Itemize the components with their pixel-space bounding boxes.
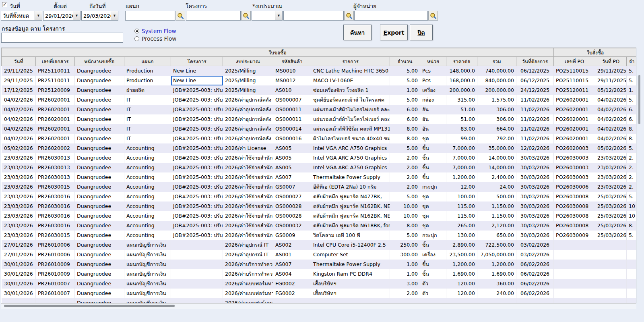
cell[interactable]: MS0010	[273, 66, 311, 76]
cell[interactable]: GS0007	[273, 182, 311, 192]
column-header[interactable]: จำ	[627, 57, 636, 66]
cell[interactable]: IT	[124, 134, 171, 143]
cell[interactable]: 14,000.00	[477, 163, 516, 172]
cell[interactable]: JOB#2025-003: ปรับ	[171, 85, 223, 95]
cell[interactable]: 664.00	[477, 124, 516, 134]
cell[interactable]: 25/03/2026	[595, 211, 627, 221]
cell[interactable]: Duangruodee	[75, 172, 124, 182]
cell[interactable]: JOB#2025-003: ปรับ	[171, 211, 223, 221]
cell[interactable]: Accounting	[124, 182, 171, 192]
cell[interactable]: Duangruodee	[75, 260, 124, 269]
cell[interactable]: PO26030009	[554, 231, 595, 240]
cell[interactable]: 2026/ค่าอุปกรณ์คลัง	[223, 114, 273, 124]
horizontal-scrollbar[interactable]	[1, 303, 636, 309]
cell[interactable]: OS000011	[273, 114, 311, 124]
cell[interactable]: แผนกบัญชีการเงิน	[124, 250, 171, 260]
cell[interactable]: 25/03/2026	[595, 221, 627, 231]
cell[interactable]: Accounting	[124, 143, 171, 153]
column-header[interactable]: เลขที่ PO	[554, 57, 595, 66]
cell[interactable]: 14,000.00	[477, 153, 516, 163]
cell[interactable]: 2026/ค่าใช้จ่ายสำนัก	[223, 163, 273, 172]
cell[interactable]: MS0012	[273, 76, 311, 85]
cell[interactable]: New Line	[171, 76, 223, 85]
cell[interactable]: PO26030003	[554, 163, 595, 172]
cell[interactable]: 23/03/2026	[2, 221, 36, 231]
cell[interactable]: 1,690.00	[477, 269, 516, 279]
cell[interactable]	[554, 269, 595, 279]
cell[interactable]: 30/03/2026	[516, 192, 554, 202]
cell[interactable]: ชุด	[420, 202, 446, 211]
cell[interactable]: 30/01/2026	[2, 260, 36, 269]
cell[interactable]: JOB#2025-003: ปรับ	[171, 134, 223, 143]
cell[interactable]: 3.00	[390, 279, 420, 289]
cell[interactable]: PR26030015	[36, 182, 75, 192]
cell[interactable]: ซ่อมเครื่องจักร โรงผลิต 1	[311, 85, 390, 95]
cell[interactable]: 306.00	[477, 105, 516, 114]
cell[interactable]: JOB#2025-003: ปรับ	[171, 105, 223, 114]
cell[interactable]: 2,400.00	[477, 172, 516, 182]
cell[interactable]: 04/02/2026	[2, 105, 36, 114]
cell[interactable]: Computer Set	[311, 250, 390, 260]
cell[interactable]: AS002	[273, 240, 311, 250]
cell[interactable]: 5.	[627, 95, 636, 105]
cell[interactable]: 2026/ค่าใช้จ่ายสำนัก	[223, 182, 273, 192]
cell[interactable]: 2.00	[390, 289, 420, 298]
date-from-picker[interactable]: 29/01/2026 ▼	[43, 11, 80, 21]
department-input[interactable]	[125, 11, 175, 21]
cell[interactable]: Duangruodee	[75, 240, 124, 250]
cell[interactable]: 99.00	[446, 134, 477, 143]
cell[interactable]: 51.00	[446, 114, 477, 124]
cell[interactable]: Intel VGA ARC A750 Graphics	[311, 153, 390, 163]
cell[interactable]: ชิ้น	[420, 172, 446, 182]
cell[interactable]: อีดีทีเอ (EDTA 2Na) 10 กรัม	[311, 182, 390, 192]
cell[interactable]: 24/12/2025	[516, 85, 554, 95]
cell[interactable]	[171, 250, 223, 260]
cell[interactable]: 03/02/2026	[516, 240, 554, 250]
chevron-down-icon[interactable]: ▼	[35, 11, 42, 20]
cell[interactable]: 30/03/2026	[516, 221, 554, 231]
cell[interactable]: PO26020003	[554, 143, 595, 153]
column-header[interactable]: งบประมาณ	[223, 57, 273, 66]
cell[interactable]: 722,500.00	[477, 240, 516, 250]
cell[interactable]: Accounting	[124, 211, 171, 221]
cell[interactable]: 840,000.00	[477, 76, 516, 85]
cell[interactable]: แผนกบัญชีการเงิน	[124, 279, 171, 289]
cell[interactable]: JOB#2025-003: ปรับ	[171, 221, 223, 231]
cell[interactable]: 7,000.00	[446, 153, 477, 163]
cell[interactable]: 03/02/2026	[516, 250, 554, 260]
cell[interactable]: PR26010006	[36, 250, 75, 260]
cell[interactable]: 250.00	[390, 240, 420, 250]
cell[interactable]: MACO LV-1060E	[311, 76, 390, 85]
cell[interactable]: แผนกบัญชีการเงิน	[124, 289, 171, 298]
cell[interactable]: IT	[124, 114, 171, 124]
cell[interactable]: PR26020001	[36, 105, 75, 114]
cell[interactable]: 2026/ค่าอุปกรณ์คลัง	[223, 95, 273, 105]
cell[interactable]: 130.00	[446, 231, 477, 240]
cell[interactable]: OS000007	[273, 95, 311, 105]
cell[interactable]: ชุด	[420, 221, 446, 231]
cell[interactable]: PR26030016	[36, 192, 75, 202]
cell[interactable]: Duangruodee	[75, 163, 124, 172]
cell[interactable]: 06/02/2026	[516, 269, 554, 279]
cell[interactable]: 740,000.00	[477, 66, 516, 76]
cell[interactable]: ชุด	[420, 192, 446, 202]
cell[interactable]: 11/02/2026	[516, 95, 554, 105]
cell[interactable]: ตลับผ้าหมึก ฟูลมาร์ค N162BK, NEC	[311, 211, 390, 221]
cell[interactable]: Duangruodee	[75, 76, 124, 85]
cell[interactable]: 30/03/2026	[516, 172, 554, 182]
cell[interactable]: 1,150.00	[477, 202, 516, 211]
cell[interactable]: กระปุก	[420, 182, 446, 192]
cell[interactable]	[446, 298, 477, 304]
cell[interactable]: PR25110011	[36, 76, 75, 85]
cell[interactable]: 2026/ค่าอุปกรณ์คลัง	[223, 124, 273, 134]
cell[interactable]: 11/02/2026	[516, 114, 554, 124]
cell[interactable]: 2,890.00	[446, 240, 477, 250]
cell[interactable]	[554, 298, 595, 304]
cell[interactable]: แผนกบัญชีการเงิน	[124, 298, 171, 304]
cell[interactable]: PO26030008	[554, 221, 595, 231]
cell[interactable]: 2025/Milling	[223, 66, 273, 76]
cell[interactable]: JOB#2025-003: ปรับ	[171, 153, 223, 163]
cell[interactable]: Duangruodee	[75, 85, 124, 95]
cell[interactable]: 6.00	[390, 114, 420, 124]
cell[interactable]	[171, 289, 223, 298]
